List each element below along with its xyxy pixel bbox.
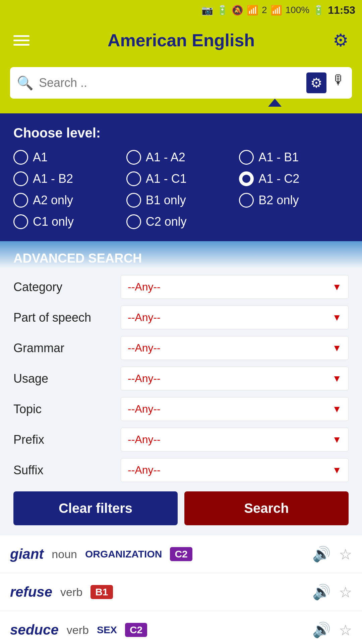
filter-label-grammar: Grammar xyxy=(13,341,114,355)
word-text: refuse xyxy=(10,584,52,600)
speaker-icon[interactable]: 🔊 xyxy=(312,583,331,601)
advanced-search-title: ADVANCED SEARCH xyxy=(13,251,349,266)
level-chooser: Choose level: A1 A1 - A2 A1 - B1 A1 - B2… xyxy=(0,113,362,241)
filter-select-usage[interactable]: --Any-- ▼ xyxy=(121,367,349,390)
word-level-badge: B1 xyxy=(90,585,113,599)
filter-row-category: Category --Any-- ▼ xyxy=(13,275,349,299)
radio-a1-b2 xyxy=(13,171,28,186)
level-option-a1-b2[interactable]: A1 - B2 xyxy=(13,171,123,186)
star-icon[interactable]: ☆ xyxy=(339,622,352,639)
mic-icon[interactable]: 🎙 xyxy=(332,72,345,93)
filter-value-grammar: --Any-- xyxy=(128,342,161,354)
advanced-search-panel: ADVANCED SEARCH Category --Any-- ▼ Part … xyxy=(0,241,362,535)
speaker-icon[interactable]: 🔊 xyxy=(312,621,331,639)
radio-a1-c1 xyxy=(126,171,141,186)
chevron-down-icon-topic: ▼ xyxy=(332,404,342,415)
chevron-down-icon-prefix: ▼ xyxy=(332,434,342,445)
menu-button[interactable] xyxy=(13,35,29,46)
level-option-b2-only[interactable]: B2 only xyxy=(239,193,349,208)
list-item: seduce verb SEX C2 🔊 ☆ xyxy=(0,611,362,644)
level-option-a1-c1[interactable]: A1 - C1 xyxy=(126,171,236,186)
level-label-a1-b1: A1 - B1 xyxy=(258,150,299,164)
filter-row-topic: Topic --Any-- ▼ xyxy=(13,397,349,421)
wifi-icon: 📶 xyxy=(247,5,258,16)
app-title: American English xyxy=(108,30,255,50)
search-bar: 🔍 ⚙ 🎙 xyxy=(10,67,352,99)
search-bar-container: 🔍 ⚙ 🎙 xyxy=(0,60,362,113)
dropdown-arrow xyxy=(268,99,282,107)
word-level-badge: C2 xyxy=(125,623,147,637)
word-topic: SEX xyxy=(97,624,117,636)
level-option-a1-c2[interactable]: A1 - C2 xyxy=(239,171,349,186)
settings-button[interactable]: ⚙ xyxy=(333,30,349,50)
chevron-down-icon-pos: ▼ xyxy=(332,312,342,323)
filter-select-prefix[interactable]: --Any-- ▼ xyxy=(121,428,349,451)
star-icon[interactable]: ☆ xyxy=(339,546,352,563)
sim-icon: 2 xyxy=(262,5,267,15)
level-option-a1[interactable]: A1 xyxy=(13,150,123,165)
level-option-c2-only[interactable]: C2 only xyxy=(126,214,236,229)
word-item-actions: 🔊 ☆ xyxy=(312,621,352,639)
search-button[interactable]: Search xyxy=(184,491,349,525)
level-option-a1-a2[interactable]: A1 - A2 xyxy=(126,150,236,165)
filter-select-suffix[interactable]: --Any-- ▼ xyxy=(121,458,349,482)
filter-label-usage: Usage xyxy=(13,372,114,386)
status-bar: 📷 🔋 🔕 📶 2 📶 100% 🔋 11:53 xyxy=(0,0,362,20)
battery-icon: 🔋 xyxy=(313,5,324,16)
radio-c2-only xyxy=(126,214,141,229)
word-item-actions: 🔊 ☆ xyxy=(312,545,352,563)
word-pos: verb xyxy=(67,624,89,637)
radio-b1-only xyxy=(126,193,141,208)
notification-icon: 📷 xyxy=(201,5,213,16)
star-icon[interactable]: ☆ xyxy=(339,584,352,601)
word-topic: ORGANIZATION xyxy=(85,548,162,560)
word-pos: noun xyxy=(52,548,77,561)
level-label-a1-c1: A1 - C1 xyxy=(146,172,187,186)
level-label-a1-a2: A1 - A2 xyxy=(146,150,185,164)
level-option-b1-only[interactable]: B1 only xyxy=(126,193,236,208)
filter-button-row: Clear filters Search xyxy=(13,491,349,525)
mute-icon: 🔕 xyxy=(232,5,243,16)
speaker-icon[interactable]: 🔊 xyxy=(312,545,331,563)
filter-label-suffix: Suffix xyxy=(13,463,114,477)
level-label-a1-b2: A1 - B2 xyxy=(33,172,73,186)
radio-a2-only xyxy=(13,193,28,208)
radio-a1-c2 xyxy=(239,171,254,186)
filter-label-part-of-speech: Part of speech xyxy=(13,311,114,325)
level-grid: A1 A1 - A2 A1 - B1 A1 - B2 A1 - C1 A1 - … xyxy=(13,150,349,229)
level-label-c2-only: C2 only xyxy=(146,215,187,229)
radio-a1-a2 xyxy=(126,150,141,165)
chevron-down-icon-grammar: ▼ xyxy=(332,343,342,354)
radio-a1-b1 xyxy=(239,150,254,165)
filter-row-part-of-speech: Part of speech --Any-- ▼ xyxy=(13,306,349,329)
filter-value-part-of-speech: --Any-- xyxy=(128,311,161,324)
filter-select-grammar[interactable]: --Any-- ▼ xyxy=(121,336,349,360)
clear-filters-button[interactable]: Clear filters xyxy=(13,491,178,525)
word-text: seduce xyxy=(10,622,59,638)
status-time: 11:53 xyxy=(328,4,355,16)
filter-value-usage: --Any-- xyxy=(128,372,161,385)
filter-value-category: --Any-- xyxy=(128,281,161,293)
level-title: Choose level: xyxy=(13,125,349,141)
filter-row-usage: Usage --Any-- ▼ xyxy=(13,367,349,390)
chevron-down-icon-suffix: ▼ xyxy=(332,465,342,476)
radio-c1-only xyxy=(13,214,28,229)
search-input[interactable] xyxy=(39,76,301,90)
level-option-a1-b1[interactable]: A1 - B1 xyxy=(239,150,349,165)
app-header: American English ⚙ xyxy=(0,20,362,60)
filter-label-category: Category xyxy=(13,280,114,294)
level-option-a2-only[interactable]: A2 only xyxy=(13,193,123,208)
filter-select-category[interactable]: --Any-- ▼ xyxy=(121,275,349,299)
level-label-c1-only: C1 only xyxy=(33,215,74,229)
level-label-b2-only: B2 only xyxy=(258,193,299,207)
filter-row-suffix: Suffix --Any-- ▼ xyxy=(13,458,349,482)
search-bar-actions: ⚙ 🎙 xyxy=(306,72,345,93)
filter-value-prefix: --Any-- xyxy=(128,433,161,446)
filter-value-suffix: --Any-- xyxy=(128,464,161,476)
word-level-badge: C2 xyxy=(170,547,192,561)
filter-select-part-of-speech[interactable]: --Any-- ▼ xyxy=(121,306,349,329)
filter-icon[interactable]: ⚙ xyxy=(306,72,326,93)
filter-select-topic[interactable]: --Any-- ▼ xyxy=(121,397,349,421)
level-option-c1-only[interactable]: C1 only xyxy=(13,214,123,229)
chevron-down-icon-category: ▼ xyxy=(332,282,342,292)
